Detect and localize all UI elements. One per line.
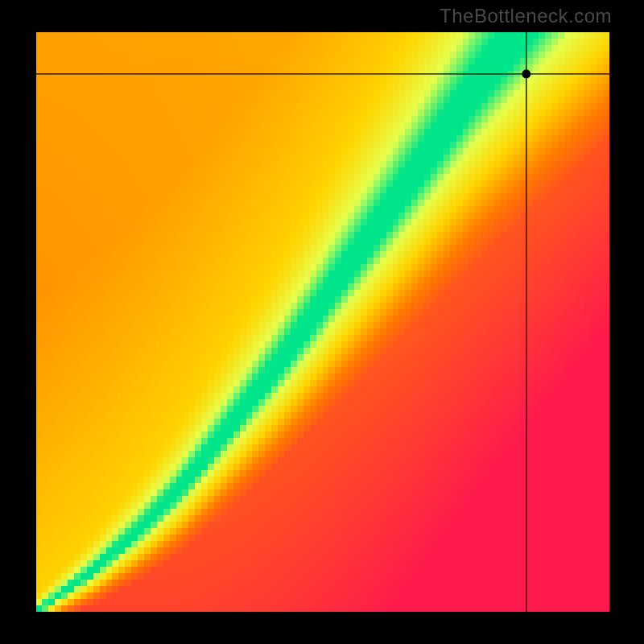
chart-frame: TheBottleneck.com bbox=[0, 0, 644, 644]
watermark-text: TheBottleneck.com bbox=[440, 5, 612, 27]
crosshair-overlay bbox=[36, 32, 609, 612]
